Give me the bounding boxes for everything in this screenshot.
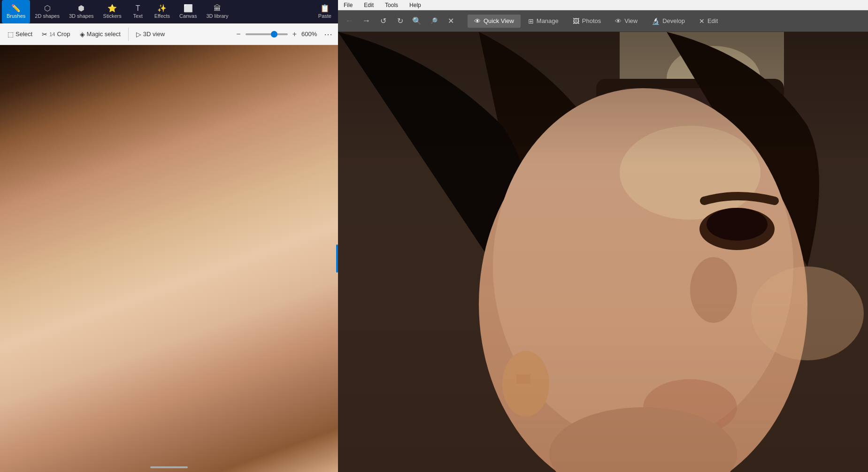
tab-view[interactable]: 👁 View bbox=[608, 15, 644, 28]
stickers-label: Stickers bbox=[103, 13, 122, 19]
close-nav-button[interactable]: ✕ bbox=[443, 14, 458, 29]
brushes-label: Brushes bbox=[7, 13, 25, 19]
tab-develop[interactable]: 🔬 Develop bbox=[645, 15, 691, 28]
acdsee-navbar: ← → ↺ ↻ 🔍 🔎 ✕ 👁 Quick View ⊞ Manage 🖼 Ph… bbox=[338, 10, 868, 32]
tab-manage[interactable]: ⊞ Manage bbox=[522, 15, 565, 28]
develop-icon: 🔬 bbox=[652, 17, 660, 25]
menu-help[interactable]: Help bbox=[407, 1, 423, 9]
zoom-in-button[interactable]: 🔍 bbox=[409, 14, 424, 29]
2d-shapes-label: 2D shapes bbox=[35, 13, 60, 19]
select-icon: ⬚ bbox=[8, 30, 14, 38]
back-button[interactable]: ← bbox=[342, 14, 357, 29]
photos-label: Photos bbox=[582, 17, 601, 24]
paste-button[interactable]: 📋 Paste bbox=[314, 0, 336, 23]
select-label: Select bbox=[15, 30, 32, 38]
scroll-indicator bbox=[150, 466, 188, 468]
paste-icon: 📋 bbox=[320, 5, 330, 12]
zoom-out-button-acdsee[interactable]: 🔎 bbox=[426, 14, 441, 29]
view-tabs: 👁 Quick View ⊞ Manage 🖼 Photos 👁 View 🔬 … bbox=[468, 15, 724, 28]
view-label: View bbox=[624, 17, 638, 24]
more-options-button[interactable]: ⋯ bbox=[322, 28, 334, 40]
magic-select-icon: ◈ bbox=[80, 30, 85, 38]
toolbar-canvas-button[interactable]: ⬜ Canvas bbox=[175, 0, 201, 23]
3d-library-label: 3D library bbox=[206, 13, 228, 19]
effects-label: Effects bbox=[154, 13, 170, 19]
paste-label: Paste bbox=[318, 13, 331, 19]
magic-select-button[interactable]: ◈ Magic select bbox=[76, 29, 124, 40]
edit-icon: ✕ bbox=[699, 17, 705, 25]
crop-label: Crop bbox=[57, 30, 70, 38]
select-button[interactable]: ⬚ Select bbox=[4, 29, 36, 40]
crop-icon: ✂ bbox=[42, 30, 47, 38]
acdsee-image-display[interactable] bbox=[338, 32, 868, 472]
zoom-slider[interactable] bbox=[246, 33, 288, 35]
zoom-in-button[interactable]: + bbox=[291, 29, 299, 39]
stickers-icon: ⭐ bbox=[108, 5, 117, 12]
view-3d-button[interactable]: ▷ 3D view bbox=[132, 29, 169, 40]
paint3d-canvas[interactable] bbox=[0, 45, 338, 472]
toolbar-text-button[interactable]: T Text bbox=[126, 0, 150, 23]
zoom-controls: − + 600% ⋯ bbox=[234, 28, 334, 40]
forward-button[interactable]: → bbox=[359, 14, 374, 29]
toolbar-3d-library-button[interactable]: 🏛 3D library bbox=[201, 0, 233, 23]
canvas-icon: ⬜ bbox=[184, 5, 193, 12]
effects-icon: ✨ bbox=[157, 5, 167, 12]
acdsee-app: File Edit Tools Help ← → ↺ ↻ 🔍 🔎 ✕ 👁 Qui… bbox=[338, 0, 868, 472]
tab-quick-view[interactable]: 👁 Quick View bbox=[468, 15, 521, 28]
2d-shapes-icon: ⬡ bbox=[44, 5, 51, 12]
magic-select-label: Magic select bbox=[87, 30, 121, 38]
3d-view-icon: ▷ bbox=[136, 30, 141, 38]
develop-label: Develop bbox=[662, 17, 685, 24]
menu-tools[interactable]: Tools bbox=[383, 1, 400, 9]
text-label: Text bbox=[133, 13, 143, 19]
undo-button[interactable]: ↺ bbox=[376, 14, 391, 29]
toolbar-2d-shapes-button[interactable]: ⬡ 2D shapes bbox=[30, 0, 64, 23]
acdsee-menubar: File Edit Tools Help bbox=[338, 0, 868, 10]
view-icon: 👁 bbox=[615, 17, 622, 25]
tab-edit[interactable]: ✕ Edit bbox=[692, 15, 724, 28]
brushes-icon: ✏️ bbox=[11, 5, 21, 12]
menu-edit[interactable]: Edit bbox=[362, 1, 376, 9]
panel-drag-handle[interactable] bbox=[336, 244, 338, 273]
crop-badge: 14 bbox=[49, 31, 55, 37]
zoom-value: 600% bbox=[301, 30, 319, 38]
toolbar-3d-shapes-button[interactable]: ⬢ 3D shapes bbox=[64, 0, 99, 23]
redo-button[interactable]: ↻ bbox=[392, 14, 407, 29]
zoom-out-button[interactable]: − bbox=[234, 29, 242, 39]
manage-label: Manage bbox=[537, 17, 559, 24]
text-icon: T bbox=[136, 5, 140, 12]
menu-file[interactable]: File bbox=[342, 1, 354, 9]
paint3d-app: ✏️ Brushes ⬡ 2D shapes ⬢ 3D shapes ⭐ Sti… bbox=[0, 0, 338, 472]
photos-icon: 🖼 bbox=[573, 17, 579, 25]
tab-photos[interactable]: 🖼 Photos bbox=[566, 15, 607, 28]
paint3d-toolbar: ✏️ Brushes ⬡ 2D shapes ⬢ 3D shapes ⭐ Sti… bbox=[0, 0, 338, 23]
toolbar-stickers-button[interactable]: ⭐ Stickers bbox=[99, 0, 126, 23]
3d-shapes-label: 3D shapes bbox=[69, 13, 94, 19]
toolbar-divider-1 bbox=[128, 28, 129, 41]
3d-library-icon: 🏛 bbox=[214, 5, 221, 12]
canvas-label: Canvas bbox=[179, 13, 197, 19]
toolbar-effects-button[interactable]: ✨ Effects bbox=[150, 0, 175, 23]
3d-view-label: 3D view bbox=[143, 30, 165, 38]
toolbar-tools: ✏️ Brushes ⬡ 2D shapes ⬢ 3D shapes ⭐ Sti… bbox=[2, 0, 233, 23]
quick-view-label: Quick View bbox=[484, 17, 514, 24]
manage-icon: ⊞ bbox=[528, 17, 534, 25]
3d-shapes-icon: ⬢ bbox=[78, 5, 84, 12]
crop-button[interactable]: ✂ 14 Crop bbox=[38, 29, 74, 40]
quick-view-icon: 👁 bbox=[474, 17, 481, 25]
edit-label: Edit bbox=[707, 17, 718, 24]
secondary-toolbar: ⬚ Select ✂ 14 Crop ◈ Magic select ▷ 3D v… bbox=[0, 23, 338, 45]
toolbar-brushes-button[interactable]: ✏️ Brushes bbox=[2, 0, 30, 23]
